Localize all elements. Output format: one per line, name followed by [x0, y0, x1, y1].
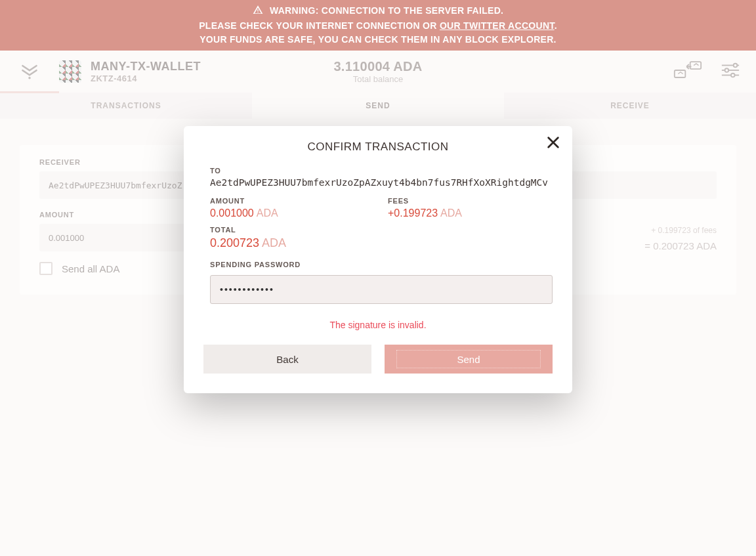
- back-button[interactable]: Back: [203, 345, 371, 374]
- modal-fees-currency: ADA: [440, 207, 462, 219]
- password-label: SPENDING PASSWORD: [210, 261, 553, 268]
- modal-total-value: 0.200723: [210, 236, 259, 249]
- modal-amount-value: 0.001000: [210, 207, 254, 219]
- to-address: Ae2tdPwUPEZ3HUU7bmfexrUzoZpAZxuyt4b4bn7f…: [210, 177, 553, 188]
- confirm-transaction-modal: CONFIRM TRANSACTION TO Ae2tdPwUPEZ3HUU7b…: [184, 126, 572, 393]
- send-button[interactable]: Send: [385, 345, 553, 374]
- modal-title: CONFIRM TRANSACTION: [203, 140, 553, 154]
- modal-amount-currency: ADA: [257, 207, 278, 219]
- spending-password-input[interactable]: [210, 275, 553, 304]
- to-label: TO: [210, 167, 553, 175]
- modal-backdrop: CONFIRM TRANSACTION TO Ae2tdPwUPEZ3HUU7b…: [0, 0, 756, 556]
- send-button-label: Send: [457, 354, 480, 365]
- modal-total-currency: ADA: [262, 236, 286, 249]
- error-message: The signature is invalid.: [203, 320, 553, 330]
- modal-fees-value: +0.199723: [388, 207, 438, 219]
- close-icon: [546, 135, 560, 150]
- modal-total-label: TOTAL: [210, 226, 553, 234]
- close-button[interactable]: [546, 135, 560, 152]
- modal-amount-label: AMOUNT: [210, 197, 375, 205]
- modal-fees-label: FEES: [388, 197, 553, 205]
